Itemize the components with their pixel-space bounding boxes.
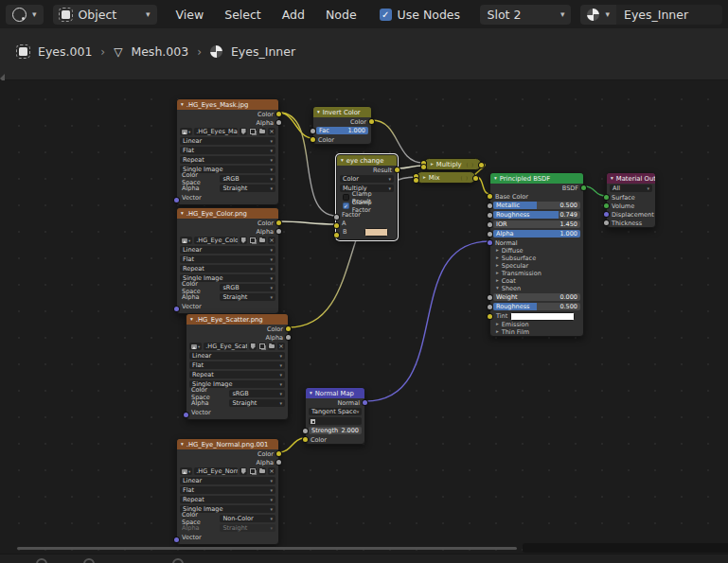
panel-diffuse[interactable]: ▸Diffuse bbox=[490, 247, 583, 255]
slider-roughness[interactable]: Roughness0.749 bbox=[493, 211, 580, 219]
node-header[interactable]: ▾Material Output bbox=[607, 173, 655, 184]
socket-l[interactable] bbox=[334, 233, 339, 238]
duplicate-button[interactable] bbox=[258, 343, 266, 350]
node-invert-color[interactable]: ▾Invert ColorColorFac1.000Color bbox=[312, 106, 372, 145]
select-all[interactable]: All▾ bbox=[610, 185, 652, 192]
node-multiply-math[interactable]: ▸Multiply( ) bbox=[423, 158, 482, 170]
socket-l[interactable] bbox=[604, 220, 609, 225]
select-straight[interactable]: Straight▾ bbox=[229, 399, 285, 407]
socket-l[interactable] bbox=[334, 215, 339, 220]
horizontal-scrollbar[interactable] bbox=[17, 547, 517, 550]
socket-l[interactable] bbox=[303, 437, 308, 442]
select-color[interactable]: Color▾ bbox=[340, 175, 394, 183]
open-image-button[interactable] bbox=[258, 467, 266, 475]
socket-r[interactable] bbox=[581, 185, 586, 190]
panel-emission[interactable]: ▸Emission bbox=[490, 321, 583, 328]
image-browser-button[interactable]: ▾ bbox=[180, 467, 192, 475]
select-linear[interactable]: Linear▾ bbox=[180, 246, 275, 254]
socket-l[interactable] bbox=[488, 232, 492, 237]
slider-fac[interactable]: Fac1.000 bbox=[316, 127, 368, 134]
node-material-output[interactable]: ▾Material OutputAll▾SurfaceVolumeDisplac… bbox=[606, 172, 656, 228]
color-swatch[interactable] bbox=[364, 228, 388, 237]
image-name[interactable]: .HG_Eye_Normal... bbox=[194, 467, 238, 475]
socket-l[interactable] bbox=[488, 305, 492, 309]
socket-r[interactable] bbox=[369, 119, 374, 124]
socket-l[interactable] bbox=[174, 537, 179, 542]
select-flat[interactable]: Flat▾ bbox=[189, 361, 285, 369]
select-srgb[interactable]: sRGB▾ bbox=[220, 284, 275, 291]
select-linear[interactable]: Linear▾ bbox=[189, 352, 285, 360]
unlink-button[interactable]: × bbox=[268, 237, 275, 244]
image-browser-button[interactable]: ▾ bbox=[180, 237, 192, 244]
select-non-color[interactable]: Non-Color▾ bbox=[220, 515, 275, 522]
socket-r[interactable] bbox=[363, 400, 367, 405]
duplicate-button[interactable] bbox=[249, 237, 257, 244]
uv-map-field[interactable] bbox=[309, 417, 362, 425]
node-eye-change-mix[interactable]: ▾eye changeResultColor▾Multiply▾Clamp Re… bbox=[336, 154, 398, 240]
panel-specular[interactable]: ▸Specular bbox=[490, 262, 583, 270]
socket-r[interactable] bbox=[479, 163, 484, 167]
node-header[interactable]: ▾.HG_Eye_Normal.png.001 bbox=[177, 439, 278, 449]
socket-l[interactable] bbox=[488, 295, 492, 300]
node-eye-color-image[interactable]: ▾.HG_Eye_Color.pngColorAlpha▾.HG_Eye_Col… bbox=[176, 207, 279, 314]
select-straight[interactable]: Straight▾ bbox=[220, 524, 275, 532]
socket-l[interactable] bbox=[311, 129, 315, 133]
node-header[interactable]: ▾Normal Map bbox=[306, 388, 364, 398]
panel-sheen[interactable]: ▾Sheen bbox=[490, 285, 583, 292]
node-header[interactable]: ▾eye change bbox=[337, 155, 397, 166]
socket-r[interactable] bbox=[395, 167, 400, 172]
fake-user-button[interactable] bbox=[240, 467, 247, 475]
node-header[interactable]: ▾.HG_Eye_Color.png bbox=[177, 208, 278, 219]
node-normal-map[interactable]: ▾Normal MapNormalTangent Space▾Strength2… bbox=[305, 387, 365, 445]
socket-l[interactable] bbox=[488, 222, 492, 227]
socket-l[interactable] bbox=[488, 314, 492, 319]
color-swatch[interactable] bbox=[510, 312, 575, 321]
socket-l[interactable] bbox=[604, 203, 609, 208]
socket-r[interactable] bbox=[286, 326, 291, 331]
panel-subsurface[interactable]: ▸Subsurface bbox=[490, 255, 583, 262]
socket-r[interactable] bbox=[276, 112, 281, 116]
socket-l[interactable] bbox=[488, 213, 492, 218]
select-straight[interactable]: Straight▾ bbox=[220, 293, 275, 301]
node-header[interactable]: ▾Invert Color bbox=[313, 107, 371, 117]
socket-r[interactable] bbox=[473, 176, 478, 181]
socket-r[interactable] bbox=[276, 220, 281, 225]
unlink-button[interactable]: × bbox=[277, 343, 285, 350]
socket-l[interactable] bbox=[488, 194, 492, 199]
fake-user-button[interactable] bbox=[240, 128, 247, 135]
socket-r[interactable] bbox=[276, 460, 281, 465]
unlink-button[interactable]: × bbox=[268, 128, 275, 135]
select-repeat[interactable]: Repeat▾ bbox=[180, 496, 275, 503]
fake-user-button[interactable] bbox=[240, 237, 247, 244]
socket-l[interactable] bbox=[184, 413, 188, 417]
panel-transmission[interactable]: ▸Transmission bbox=[490, 270, 583, 277]
select-straight[interactable]: Straight▾ bbox=[220, 185, 275, 192]
checkbox-clamp-factor[interactable]: ✓Clamp Factor bbox=[337, 202, 397, 210]
slider-roughness[interactable]: Roughness0.500 bbox=[493, 303, 580, 310]
socket-l[interactable] bbox=[488, 203, 492, 208]
node-header[interactable]: ▾.HG_Eyes_Mask.jpg bbox=[177, 99, 278, 110]
node-eye-scatter-image[interactable]: ▾.HG_Eye_Scatter.pngColorAlpha▾.HG_Eye_S… bbox=[186, 313, 289, 420]
select-srgb[interactable]: sRGB▾ bbox=[220, 175, 275, 183]
socket-r[interactable] bbox=[276, 120, 281, 125]
node-header[interactable]: ▾Principled BSDF bbox=[490, 173, 583, 184]
slider-metallic[interactable]: Metallic0.500 bbox=[493, 202, 580, 209]
slider-weight[interactable]: Weight0.000 bbox=[493, 293, 580, 301]
node-principled-bsdf[interactable]: ▾Principled BSDFBSDFBase ColorMetallic0.… bbox=[489, 172, 584, 337]
select-linear[interactable]: Linear▾ bbox=[180, 137, 275, 145]
checkbox-box[interactable] bbox=[343, 194, 349, 201]
socket-l[interactable] bbox=[303, 429, 308, 433]
select-flat[interactable]: Flat▾ bbox=[180, 255, 275, 263]
socket-l[interactable] bbox=[421, 165, 426, 169]
slider-ior[interactable]: IOR1.450 bbox=[493, 220, 580, 228]
select-srgb[interactable]: sRGB▾ bbox=[229, 390, 285, 397]
image-name[interactable]: .HG_Eyes_Mask.j... bbox=[194, 128, 238, 135]
node-eye-normal-image[interactable]: ▾.HG_Eye_Normal.png.001ColorAlpha▾.HG_Ey… bbox=[176, 438, 279, 545]
duplicate-button[interactable] bbox=[249, 467, 257, 475]
node-mix-math[interactable]: ▸Mix( ) bbox=[416, 171, 476, 184]
select-linear[interactable]: Linear▾ bbox=[180, 477, 275, 484]
node-header[interactable]: ▾.HG_Eye_Scatter.png bbox=[186, 314, 288, 325]
open-image-button[interactable] bbox=[258, 237, 266, 244]
socket-l[interactable] bbox=[174, 307, 179, 311]
image-name[interactable]: .HG_Eye_Color.png bbox=[194, 237, 238, 244]
